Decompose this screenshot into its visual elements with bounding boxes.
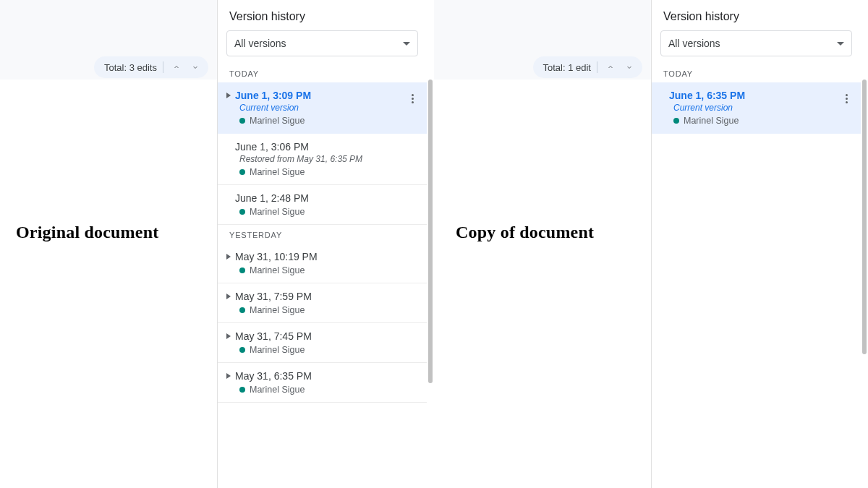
version-entry[interactable]: June 1, 6:35 PMCurrent versionMarinel Si…	[652, 82, 861, 134]
caret-down-icon	[837, 42, 844, 46]
version-group-header: TODAY	[652, 64, 861, 82]
chevron-up-icon	[606, 63, 615, 72]
version-timestamp: May 31, 7:45 PM	[235, 330, 312, 342]
author-name: Marinel Sigue	[684, 116, 739, 126]
expand-triangle-icon[interactable]	[226, 254, 231, 260]
author-dot-icon	[673, 118, 679, 124]
version-filter-label: All versions	[668, 38, 720, 49]
author-dot-icon	[239, 307, 245, 313]
expand-triangle-icon[interactable]	[226, 373, 231, 379]
chevron-up-icon	[172, 63, 181, 72]
version-subtitle: Restored from May 31, 6:35 PM	[239, 154, 418, 164]
version-entry[interactable]: May 31, 7:45 PMMarinel Sigue	[218, 323, 427, 363]
left-edit-count-pill: Total: 3 edits	[94, 56, 208, 78]
left-edit-count-label: Total: 3 edits	[104, 62, 157, 73]
version-entry[interactable]: June 1, 3:09 PMCurrent versionMarinel Si…	[218, 82, 427, 134]
right-version-list: TODAYJune 1, 6:35 PMCurrent versionMarin…	[652, 64, 861, 488]
expand-triangle-icon[interactable]	[226, 93, 231, 98]
divider	[597, 61, 597, 73]
next-edit-button[interactable]	[622, 60, 637, 74]
author-name: Marinel Sigue	[250, 345, 305, 355]
version-author: Marinel Sigue	[239, 265, 418, 275]
author-name: Marinel Sigue	[250, 116, 305, 126]
panel-title: Version history	[218, 0, 427, 30]
version-timestamp: June 1, 2:48 PM	[235, 192, 309, 204]
version-actions-menu-button[interactable]	[405, 91, 420, 106]
version-filter-dropdown[interactable]: All versions	[226, 30, 418, 56]
right-edit-count-label: Total: 1 edit	[543, 62, 592, 73]
expand-triangle-icon[interactable]	[226, 294, 231, 299]
version-author: Marinel Sigue	[673, 116, 852, 126]
right-caption: Copy of document	[456, 223, 594, 242]
author-dot-icon	[239, 387, 245, 393]
version-author: Marinel Sigue	[239, 345, 418, 355]
version-filter-label: All versions	[234, 38, 286, 49]
version-subtitle: Current version	[673, 103, 852, 113]
version-timestamp: May 31, 6:35 PM	[235, 370, 312, 382]
version-author: Marinel Sigue	[239, 385, 418, 395]
author-name: Marinel Sigue	[250, 265, 305, 275]
version-timestamp: May 31, 7:59 PM	[235, 291, 312, 302]
version-timestamp: June 1, 3:06 PM	[235, 141, 309, 153]
version-group-header: YESTERDAY	[218, 225, 427, 244]
author-dot-icon	[239, 169, 245, 175]
version-entry[interactable]: May 31, 7:59 PMMarinel Sigue	[218, 283, 427, 323]
version-timestamp: May 31, 10:19 PM	[235, 251, 318, 262]
author-dot-icon	[239, 347, 245, 353]
version-entry[interactable]: June 1, 2:48 PMMarinel Sigue	[218, 185, 427, 225]
prev-edit-button[interactable]	[603, 60, 618, 74]
version-author: Marinel Sigue	[239, 207, 418, 217]
divider	[163, 61, 163, 73]
scrollbar-thumb[interactable]	[862, 80, 867, 354]
version-actions-menu-button[interactable]	[839, 91, 854, 106]
author-dot-icon	[239, 267, 245, 273]
version-entry[interactable]: May 31, 10:19 PMMarinel Sigue	[218, 244, 427, 283]
expand-triangle-icon[interactable]	[226, 333, 231, 339]
left-version-list: TODAYJune 1, 3:09 PMCurrent versionMarin…	[218, 64, 427, 488]
panel-title: Version history	[652, 0, 861, 30]
version-timestamp: June 1, 3:09 PM	[235, 90, 311, 101]
author-name: Marinel Sigue	[250, 385, 305, 395]
chevron-down-icon	[191, 63, 200, 72]
version-author: Marinel Sigue	[239, 167, 418, 177]
caret-down-icon	[403, 42, 410, 46]
chevron-down-icon	[625, 63, 634, 72]
author-dot-icon	[239, 118, 245, 124]
left-scrollbar[interactable]	[428, 0, 433, 488]
author-name: Marinel Sigue	[250, 305, 305, 315]
right-version-history-panel: Version history All versions TODAYJune 1…	[651, 0, 861, 488]
next-edit-button[interactable]	[188, 60, 203, 74]
version-author: Marinel Sigue	[239, 305, 418, 315]
version-entry[interactable]: May 31, 6:35 PMMarinel Sigue	[218, 363, 427, 403]
version-author: Marinel Sigue	[239, 116, 418, 126]
scrollbar-thumb[interactable]	[428, 80, 433, 383]
right-edit-count-pill: Total: 1 edit	[533, 56, 643, 78]
right-scrollbar[interactable]	[862, 0, 867, 488]
left-caption: Original document	[16, 223, 158, 242]
version-filter-dropdown[interactable]: All versions	[660, 30, 852, 56]
left-version-history-panel: Version history All versions TODAYJune 1…	[217, 0, 427, 488]
author-dot-icon	[239, 209, 245, 215]
version-entry[interactable]: June 1, 3:06 PMRestored from May 31, 6:3…	[218, 134, 427, 185]
version-subtitle: Current version	[239, 103, 418, 113]
author-name: Marinel Sigue	[250, 207, 305, 217]
prev-edit-button[interactable]	[169, 60, 184, 74]
author-name: Marinel Sigue	[250, 167, 305, 177]
version-group-header: TODAY	[218, 64, 427, 82]
version-timestamp: June 1, 6:35 PM	[669, 90, 745, 101]
